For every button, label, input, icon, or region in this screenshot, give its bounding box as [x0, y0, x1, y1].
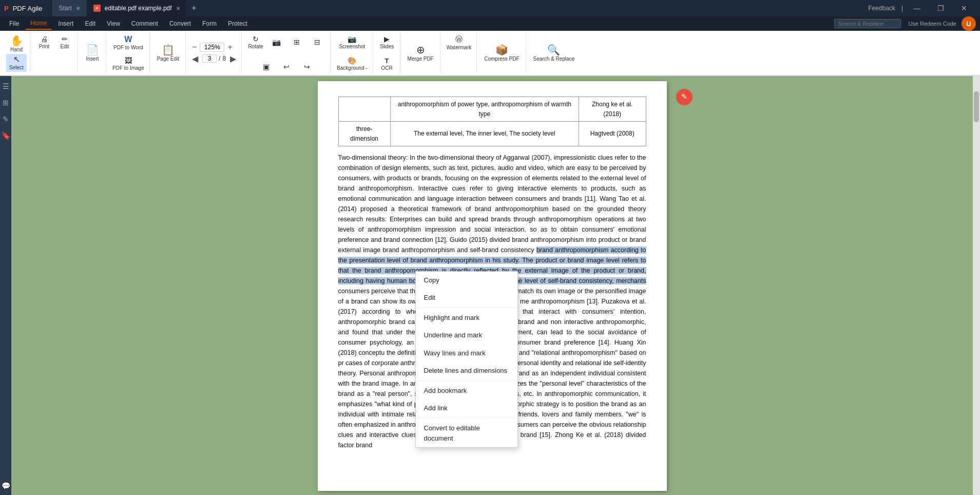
single-page-button[interactable]: ▣: [256, 62, 276, 72]
scrollbar[interactable]: [973, 76, 980, 495]
user-avatar[interactable]: U: [962, 16, 976, 31]
sidebar-comment-icon[interactable]: 💬: [1, 480, 11, 492]
edit-button[interactable]: ✏ Edit: [55, 34, 74, 50]
add-link-label: Add link: [424, 403, 448, 413]
menu-edit[interactable]: Edit: [80, 18, 101, 29]
search-replace-input[interactable]: [834, 19, 901, 28]
add-tab-button[interactable]: +: [187, 0, 201, 16]
menu-insert[interactable]: Insert: [53, 18, 79, 29]
pdf-to-image-button[interactable]: 🖼 PDF to Image: [110, 55, 146, 72]
page-nav: ◀ / 8 ▶: [190, 54, 238, 64]
slides-label: Slides: [380, 44, 394, 49]
zoom-in-button[interactable]: +: [225, 43, 234, 52]
sidebar-edit-icon[interactable]: ✎: [2, 113, 10, 125]
ctx-add-link[interactable]: Add link: [416, 399, 517, 417]
slides-button[interactable]: ▶ Slides: [377, 34, 397, 50]
sidebar-thumbnails-icon[interactable]: ⊞: [2, 97, 10, 109]
page-edit-button[interactable]: 📋 Page Edit: [154, 34, 182, 72]
search-replace-icon: 🔍: [547, 45, 560, 55]
scroll-thumb[interactable]: [974, 91, 979, 122]
watermark-icon: Ⓦ: [455, 35, 463, 44]
zoom-input[interactable]: [200, 43, 224, 52]
ctx-edit[interactable]: Edit: [416, 289, 517, 307]
page-current-input[interactable]: [202, 54, 217, 63]
minimize-button[interactable]: —: [905, 0, 929, 16]
undo-page-button[interactable]: ↩: [277, 62, 296, 72]
ctx-underline-mark[interactable]: Underline and mark: [416, 327, 517, 344]
red-circle-button[interactable]: ✎: [676, 89, 693, 105]
ctx-add-bookmark[interactable]: Add bookmark: [416, 382, 517, 399]
two-page-button[interactable]: ⊟: [308, 34, 327, 50]
table-row: three-dimension The external level, The …: [338, 122, 646, 146]
ribbon-group-view-tools: ↻ Rotate 📷 ⊞ ⊟ ▣ ↩: [243, 33, 331, 73]
ocr-button[interactable]: T OCR: [377, 56, 397, 72]
ctx-copy[interactable]: Copy: [416, 272, 517, 289]
context-menu: Copy Edit Highlight and mark Underline a…: [415, 271, 518, 448]
menu-protect[interactable]: Protect: [223, 18, 253, 29]
ctx-convert-editable[interactable]: Convert to editable document: [416, 420, 517, 447]
zoom-out-button[interactable]: −: [190, 43, 199, 52]
menu-home[interactable]: Home: [25, 17, 52, 30]
redo-page-icon: ↪: [304, 63, 310, 71]
fit-page-button[interactable]: ⊞: [287, 34, 306, 50]
menu-convert[interactable]: Convert: [164, 18, 196, 29]
edit-label: Edit: [424, 293, 435, 303]
titlebar-right: Feedback |: [868, 5, 903, 12]
menu-view[interactable]: View: [102, 18, 125, 29]
redo-page-button[interactable]: ↪: [297, 62, 317, 72]
page-separator: /: [219, 55, 220, 62]
feedback-button[interactable]: Feedback: [868, 5, 895, 12]
tab-start-close[interactable]: ✕: [76, 6, 80, 11]
background-button[interactable]: 🎨 Background -: [335, 55, 369, 72]
merge-pdf-button[interactable]: ⊕ Merge PDF: [405, 34, 437, 72]
ribbon-group-search: 🔍 Search & Replace: [527, 33, 581, 73]
ctx-wavy-lines-mark[interactable]: Wavy lines and mark: [416, 345, 517, 362]
sidebar-bookmark-icon[interactable]: 🔖: [1, 129, 11, 142]
maximize-button[interactable]: ❐: [929, 0, 952, 16]
sidebar-menu-icon[interactable]: ☰: [2, 80, 10, 92]
pdf-to-word-button[interactable]: W PDF to Word: [111, 34, 145, 51]
ctx-delete-lines[interactable]: Delete lines and dimensions: [416, 362, 517, 379]
screenshot-button[interactable]: 📷 Screenshot: [337, 34, 368, 50]
hand-label: Hand: [10, 47, 23, 52]
ribbon-group-zoom-nav: − + ◀ / 8 ▶: [187, 33, 242, 73]
ctx-highlight-mark[interactable]: Highlight and mark: [416, 309, 517, 327]
context-menu-divider: [416, 308, 517, 308]
insert-button[interactable]: 📄 Insert: [82, 34, 103, 72]
compress-pdf-label: Compress PDF: [484, 56, 519, 62]
screenshot-label: Screenshot: [339, 44, 366, 49]
page-next-button[interactable]: ▶: [228, 54, 238, 64]
context-menu-divider3: [416, 418, 517, 418]
compress-pdf-button[interactable]: 📦 Compress PDF: [481, 34, 522, 72]
tab-start[interactable]: Start ✕: [52, 0, 86, 16]
two-page-icon: ⊟: [314, 38, 320, 46]
hand-button[interactable]: ✋ Hand: [6, 34, 27, 54]
print-button[interactable]: 🖨 Print: [34, 34, 54, 50]
table-cell-ref2: Hagtvedt (2008): [579, 122, 646, 146]
ribbon-group-convert: W PDF to Word 🖼 PDF to Image: [107, 33, 150, 73]
menu-form[interactable]: Form: [197, 18, 222, 29]
menu-file[interactable]: File: [4, 18, 24, 29]
pdf-to-word-icon: W: [124, 35, 132, 44]
select-button[interactable]: ↖ Select: [6, 54, 27, 72]
menu-comment[interactable]: Comment: [126, 18, 163, 29]
single-page-icon: ▣: [263, 63, 270, 71]
tab-editable[interactable]: P editable.pdf example.pdf ✕: [87, 0, 186, 16]
watermark-button[interactable]: Ⓦ Watermark: [445, 34, 474, 51]
page-edit-label: Page Edit: [157, 56, 179, 62]
ribbon-group-page-edit: 📋 Page Edit: [151, 33, 186, 73]
table-cell-levels: The external level, The inner level, The…: [390, 122, 579, 146]
page-edit-icon: 📋: [162, 45, 175, 55]
use-redeem-label[interactable]: Use Redeem Code: [908, 21, 956, 27]
ribbon-group-compress: 📦 Compress PDF: [478, 33, 526, 73]
fit-page-icon: ⊞: [294, 38, 300, 46]
insert-label: Insert: [86, 56, 99, 62]
rotate-button[interactable]: ↻ Rotate: [246, 34, 265, 50]
ribbon-group-watermark: Ⓦ Watermark: [441, 33, 477, 73]
view-tools-row2: ▣ ↩ ↪: [256, 62, 317, 72]
tab-editable-close[interactable]: ✕: [176, 6, 180, 11]
search-replace-button[interactable]: 🔍 Search & Replace: [530, 34, 578, 72]
close-button[interactable]: ✕: [952, 0, 976, 16]
snapshot-button[interactable]: 📷: [266, 34, 286, 50]
page-prev-button[interactable]: ◀: [190, 54, 200, 64]
